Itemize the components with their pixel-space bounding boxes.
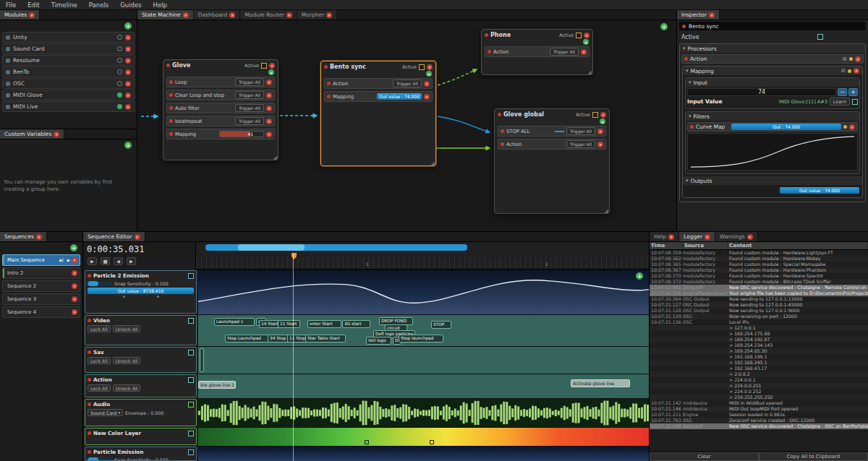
track-checkbox[interactable] [188, 402, 194, 408]
track-header[interactable]: Particle 2 Emission Snap Sensitivity : 0… [85, 270, 197, 314]
remove-icon[interactable] [266, 79, 272, 85]
log-row[interactable]: > 127.0.0.1 [650, 325, 868, 331]
module-power-icon[interactable] [117, 69, 122, 74]
stop-button[interactable]: ■ [101, 257, 110, 265]
log-row[interactable]: > 192.168.245.1 [650, 360, 868, 366]
log-row[interactable]: > 224.0.0.252 [650, 389, 868, 395]
track-header[interactable]: Video Lock All Unlock All [85, 315, 197, 345]
sequence-remove-icon[interactable] [72, 309, 77, 315]
node-active-checkbox[interactable] [592, 112, 598, 118]
copy-all-button[interactable]: Copy All to Clipboard [759, 452, 868, 461]
node-header[interactable]: Phone Active [482, 30, 592, 39]
add-item-icon[interactable] [426, 71, 432, 77]
menu-file[interactable]: File [0, 0, 22, 9]
lock-all-button[interactable]: Lock All [88, 384, 111, 392]
collapse-icon[interactable]: ▾ [689, 113, 692, 119]
log-row[interactable]: 10:07:08.367 modulefactory Found custom … [650, 267, 868, 273]
log-row[interactable]: 10:07:21.142 mididevice MIDI In WidiBud … [650, 400, 868, 406]
trigger-all-button[interactable]: Trigger All [235, 91, 264, 99]
log-row[interactable]: 10:07:21.136 OSC Local IPs: [650, 319, 868, 325]
menu-timeline[interactable]: Timeline [46, 0, 83, 9]
module-item-midi-glove[interactable]: MIDI Glove [2, 90, 135, 100]
log-row[interactable]: > 169.254.175.88 [650, 331, 868, 337]
menu-guides[interactable]: Guides [114, 0, 147, 9]
close-tab-icon[interactable] [709, 12, 715, 18]
module-item-unity[interactable]: Unity [2, 32, 135, 43]
play-icon[interactable]: ▶▏ [59, 258, 65, 262]
close-tab-icon[interactable] [668, 234, 674, 240]
tab-inspector[interactable]: Inspector [677, 10, 720, 20]
node-item-mapping[interactable]: Mapping Out value : 74.000 [324, 91, 433, 102]
track-header[interactable]: Action Lock All Unlock All [85, 374, 197, 397]
node-header[interactable]: Glove global Active [495, 109, 609, 119]
learn-button[interactable]: Learn [830, 98, 850, 105]
log-row[interactable]: 10:07:12.991 Zeroconf New OSC service di… [650, 285, 868, 290]
node-close-icon[interactable] [427, 64, 433, 70]
add-item-icon[interactable] [268, 69, 274, 75]
input-section-header[interactable]: ▾ Input [686, 78, 859, 87]
module-remove-icon[interactable] [125, 104, 131, 110]
tab-custom-variables[interactable]: Custom Variables [0, 129, 64, 139]
log-row[interactable]: 10:07:21.211 Engine Session loaded in 0.… [650, 412, 868, 418]
snap-slider[interactable] [88, 281, 112, 286]
node-item-mapping[interactable]: Mapping 41 [166, 129, 275, 139]
trigger-icon[interactable]: ▶ [67, 258, 70, 262]
loop-region[interactable] [205, 244, 467, 251]
add-module-icon[interactable] [124, 22, 132, 30]
clip-3g-start[interactable]: 3G start [342, 320, 370, 328]
play-button[interactable]: ▶ [88, 257, 97, 265]
tab-module-router[interactable]: Module Router [240, 10, 297, 20]
mapping-section-header[interactable]: ▾ Mapping ⊘ [683, 66, 862, 75]
remove-icon[interactable] [424, 94, 430, 100]
module-remove-icon[interactable] [125, 69, 131, 75]
collapse-icon[interactable]: ▾ [686, 178, 689, 184]
node-item-action[interactable]: Action Trigger All [498, 139, 606, 150]
curve-track-content[interactable] [198, 270, 649, 314]
clip-stop[interactable]: STOP [431, 321, 451, 329]
module-item-sound-card[interactable]: Sound Card [2, 43, 135, 54]
resize-grip-icon[interactable]: ◢ [605, 208, 608, 214]
curve-track-content[interactable] [198, 446, 649, 461]
resize-grip-icon[interactable]: ◢ [588, 69, 592, 75]
close-tab-icon[interactable] [747, 234, 753, 240]
log-row[interactable]: 10:07:20.364 OSC Output Now sending to 1… [650, 296, 868, 302]
action-track-content[interactable]: ble glove live 1Activate glove live [198, 374, 649, 398]
collapse-icon[interactable]: ▾ [683, 46, 686, 51]
color-marker[interactable] [365, 440, 369, 444]
node-item-auto-filter[interactable]: Auto filter Trigger All [166, 103, 275, 113]
clip-enter-start[interactable]: enter Start [307, 320, 341, 328]
menu-edit[interactable]: Edit [22, 0, 45, 9]
module-remove-icon[interactable] [125, 81, 131, 87]
unlock-all-button[interactable]: Unlock All [113, 357, 141, 364]
module-remove-icon[interactable] [125, 35, 131, 40]
clip-activate-glove-live[interactable]: Activate glove live [571, 379, 630, 387]
sequence-remove-icon[interactable] [72, 270, 77, 276]
curve-map-row[interactable]: Curve Map Out : 74.000 [687, 122, 858, 132]
track-checkbox[interactable] [188, 350, 194, 356]
node-header[interactable]: Glove Active [163, 60, 278, 69]
log-row[interactable]: 10:07:08.362 modulefactory Found custom … [650, 256, 868, 262]
module-item-osc[interactable]: OSC [2, 78, 135, 89]
remove-icon[interactable] [597, 142, 603, 147]
resize-grip-icon[interactable]: ◢ [273, 155, 277, 160]
remove-icon[interactable] [266, 119, 272, 124]
track-checkbox[interactable] [188, 318, 194, 324]
tab-sequence-editor[interactable]: Sequence Editor [83, 232, 145, 241]
input-source-chip[interactable]: MIDI Glove:[11] A#3 [779, 99, 827, 105]
clip-stop-launchpad[interactable]: Stop launchpad [399, 335, 443, 342]
node-glove-global[interactable]: Glove global Active STOP ALL Trigger All… [494, 108, 610, 214]
tab-warnings[interactable]: Warnings [715, 232, 758, 241]
tab-state-machine[interactable]: State Machine [137, 10, 194, 20]
clip-star-table-start[interactable]: Star Table Start [305, 335, 346, 342]
lock-all-button[interactable]: Lock All [88, 357, 111, 364]
sequence-item-sequence-3[interactable]: Sequence 3 [2, 293, 80, 305]
log-row[interactable]: > 239.255.255.250 [650, 395, 868, 400]
remove-icon[interactable] [597, 129, 603, 134]
node-item-beatrepeat[interactable]: beatrepeat Trigger All [166, 116, 275, 126]
clip-ble-glove-live-1[interactable]: ble glove live 1 [198, 381, 236, 389]
column-time[interactable]: Time [650, 242, 683, 249]
log-row[interactable]: > 169.254.85.30 [650, 348, 868, 354]
sequence-item-main-sequence[interactable]: Main Sequence ▶▏▶ [2, 254, 80, 266]
node-bento-sync[interactable]: Bento sync Active Action Trigger All Map… [320, 61, 436, 166]
log-row[interactable]: > 192.168.43.17 [650, 366, 868, 371]
